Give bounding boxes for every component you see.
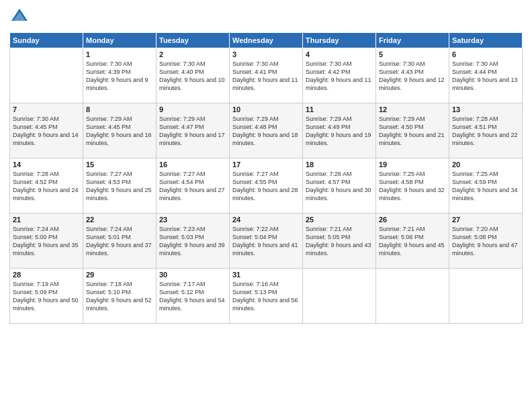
day-number: 30 — [159, 271, 226, 279]
day-info: Sunrise: 7:29 AMSunset: 4:49 PMDaylight:… — [306, 115, 373, 148]
day-number: 2 — [159, 50, 226, 58]
day-info: Sunrise: 7:30 AMSunset: 4:43 PMDaylight:… — [379, 60, 446, 93]
week-row-5: 28Sunrise: 7:19 AMSunset: 5:09 PMDayligh… — [10, 269, 523, 324]
day-info: Sunrise: 7:29 AMSunset: 4:47 PMDaylight:… — [159, 115, 226, 148]
day-number: 9 — [159, 105, 226, 113]
day-cell: 4Sunrise: 7:30 AMSunset: 4:42 PMDaylight… — [303, 48, 376, 103]
col-header-sunday: Sunday — [10, 33, 83, 48]
logo — [9, 7, 32, 27]
day-number: 29 — [86, 271, 153, 279]
day-cell: 14Sunrise: 7:28 AMSunset: 4:52 PMDayligh… — [10, 158, 83, 214]
day-cell: 22Sunrise: 7:24 AMSunset: 5:01 PMDayligh… — [83, 214, 157, 269]
day-cell: 20Sunrise: 7:25 AMSunset: 4:59 PMDayligh… — [449, 158, 523, 214]
day-cell: 26Sunrise: 7:21 AMSunset: 5:06 PMDayligh… — [376, 214, 449, 269]
day-info: Sunrise: 7:24 AMSunset: 5:01 PMDaylight:… — [86, 225, 153, 258]
day-number: 5 — [379, 50, 446, 58]
col-header-wednesday: Wednesday — [230, 33, 303, 48]
day-cell: 6Sunrise: 7:30 AMSunset: 4:44 PMDaylight… — [449, 48, 523, 103]
col-header-friday: Friday — [376, 33, 449, 48]
day-number: 6 — [452, 50, 519, 58]
day-cell: 17Sunrise: 7:27 AMSunset: 4:55 PMDayligh… — [230, 158, 303, 214]
day-cell: 30Sunrise: 7:17 AMSunset: 5:12 PMDayligh… — [157, 269, 230, 324]
col-header-saturday: Saturday — [449, 33, 523, 48]
day-info: Sunrise: 7:28 AMSunset: 4:51 PMDaylight:… — [452, 115, 519, 148]
day-cell: 7Sunrise: 7:30 AMSunset: 4:45 PMDaylight… — [10, 103, 83, 158]
day-cell: 2Sunrise: 7:30 AMSunset: 4:40 PMDaylight… — [157, 48, 230, 103]
day-cell: 8Sunrise: 7:29 AMSunset: 4:45 PMDaylight… — [83, 103, 157, 158]
header — [9, 7, 523, 27]
week-row-4: 21Sunrise: 7:24 AMSunset: 5:00 PMDayligh… — [10, 214, 523, 269]
day-number: 18 — [306, 161, 373, 169]
day-number: 23 — [159, 216, 226, 224]
day-info: Sunrise: 7:27 AMSunset: 4:55 PMDaylight:… — [232, 170, 300, 203]
day-info: Sunrise: 7:25 AMSunset: 4:58 PMDaylight:… — [379, 170, 446, 203]
calendar-table: SundayMondayTuesdayWednesdayThursdayFrid… — [9, 32, 523, 324]
day-info: Sunrise: 7:30 AMSunset: 4:44 PMDaylight:… — [452, 60, 519, 93]
day-info: Sunrise: 7:29 AMSunset: 4:45 PMDaylight:… — [86, 115, 153, 148]
day-info: Sunrise: 7:22 AMSunset: 5:04 PMDaylight:… — [232, 225, 300, 258]
col-header-monday: Monday — [83, 33, 157, 48]
day-cell: 21Sunrise: 7:24 AMSunset: 5:00 PMDayligh… — [10, 214, 83, 269]
day-cell: 25Sunrise: 7:21 AMSunset: 5:05 PMDayligh… — [303, 214, 376, 269]
week-row-1: 1Sunrise: 7:30 AMSunset: 4:39 PMDaylight… — [10, 48, 523, 103]
day-number: 26 — [379, 216, 446, 224]
day-cell: 18Sunrise: 7:26 AMSunset: 4:57 PMDayligh… — [303, 158, 376, 214]
day-info: Sunrise: 7:21 AMSunset: 5:06 PMDaylight:… — [379, 225, 446, 258]
col-header-tuesday: Tuesday — [157, 33, 230, 48]
day-cell: 23Sunrise: 7:23 AMSunset: 5:03 PMDayligh… — [157, 214, 230, 269]
day-cell — [303, 269, 376, 324]
day-number: 10 — [232, 105, 300, 113]
day-cell: 15Sunrise: 7:27 AMSunset: 4:53 PMDayligh… — [83, 158, 157, 214]
col-header-thursday: Thursday — [303, 33, 376, 48]
day-number: 12 — [379, 105, 446, 113]
page: SundayMondayTuesdayWednesdayThursdayFrid… — [0, 0, 532, 411]
day-number: 13 — [452, 105, 519, 113]
day-info: Sunrise: 7:17 AMSunset: 5:12 PMDaylight:… — [159, 280, 226, 313]
week-row-3: 14Sunrise: 7:28 AMSunset: 4:52 PMDayligh… — [10, 158, 523, 214]
day-cell: 10Sunrise: 7:29 AMSunset: 4:48 PMDayligh… — [230, 103, 303, 158]
day-number: 11 — [306, 105, 373, 113]
day-info: Sunrise: 7:20 AMSunset: 5:08 PMDaylight:… — [452, 225, 519, 258]
day-cell: 9Sunrise: 7:29 AMSunset: 4:47 PMDaylight… — [157, 103, 230, 158]
day-number: 25 — [306, 216, 373, 224]
day-number: 27 — [452, 216, 519, 224]
day-info: Sunrise: 7:16 AMSunset: 5:13 PMDaylight:… — [232, 280, 300, 313]
day-number: 7 — [13, 105, 80, 113]
day-cell: 3Sunrise: 7:30 AMSunset: 4:41 PMDaylight… — [230, 48, 303, 103]
day-number: 14 — [13, 161, 80, 169]
day-cell: 13Sunrise: 7:28 AMSunset: 4:51 PMDayligh… — [449, 103, 523, 158]
day-info: Sunrise: 7:27 AMSunset: 4:53 PMDaylight:… — [86, 170, 153, 203]
day-number: 8 — [86, 105, 153, 113]
day-number: 22 — [86, 216, 153, 224]
day-number: 21 — [13, 216, 80, 224]
day-cell: 11Sunrise: 7:29 AMSunset: 4:49 PMDayligh… — [303, 103, 376, 158]
day-info: Sunrise: 7:19 AMSunset: 5:09 PMDaylight:… — [13, 280, 80, 313]
day-info: Sunrise: 7:24 AMSunset: 5:00 PMDaylight:… — [13, 225, 80, 258]
day-info: Sunrise: 7:30 AMSunset: 4:41 PMDaylight:… — [232, 60, 300, 93]
day-number: 19 — [379, 161, 446, 169]
day-info: Sunrise: 7:28 AMSunset: 4:52 PMDaylight:… — [13, 170, 80, 203]
day-cell — [449, 269, 523, 324]
day-cell: 5Sunrise: 7:30 AMSunset: 4:43 PMDaylight… — [376, 48, 449, 103]
day-info: Sunrise: 7:30 AMSunset: 4:45 PMDaylight:… — [13, 115, 80, 148]
day-number: 31 — [232, 271, 300, 279]
day-cell: 1Sunrise: 7:30 AMSunset: 4:39 PMDaylight… — [83, 48, 157, 103]
day-number: 17 — [232, 161, 300, 169]
day-cell: 29Sunrise: 7:18 AMSunset: 5:10 PMDayligh… — [83, 269, 157, 324]
day-info: Sunrise: 7:27 AMSunset: 4:54 PMDaylight:… — [159, 170, 226, 203]
day-number: 1 — [86, 50, 153, 58]
logo-icon — [9, 7, 30, 27]
day-info: Sunrise: 7:29 AMSunset: 4:50 PMDaylight:… — [379, 115, 446, 148]
day-number: 16 — [159, 161, 226, 169]
day-cell: 16Sunrise: 7:27 AMSunset: 4:54 PMDayligh… — [157, 158, 230, 214]
day-info: Sunrise: 7:25 AMSunset: 4:59 PMDaylight:… — [452, 170, 519, 203]
day-cell: 24Sunrise: 7:22 AMSunset: 5:04 PMDayligh… — [230, 214, 303, 269]
day-cell: 12Sunrise: 7:29 AMSunset: 4:50 PMDayligh… — [376, 103, 449, 158]
day-cell — [376, 269, 449, 324]
day-info: Sunrise: 7:30 AMSunset: 4:42 PMDaylight:… — [306, 60, 373, 93]
day-number: 20 — [452, 161, 519, 169]
header-row: SundayMondayTuesdayWednesdayThursdayFrid… — [10, 33, 523, 48]
day-info: Sunrise: 7:29 AMSunset: 4:48 PMDaylight:… — [232, 115, 300, 148]
day-info: Sunrise: 7:30 AMSunset: 4:39 PMDaylight:… — [86, 60, 153, 93]
day-cell: 19Sunrise: 7:25 AMSunset: 4:58 PMDayligh… — [376, 158, 449, 214]
